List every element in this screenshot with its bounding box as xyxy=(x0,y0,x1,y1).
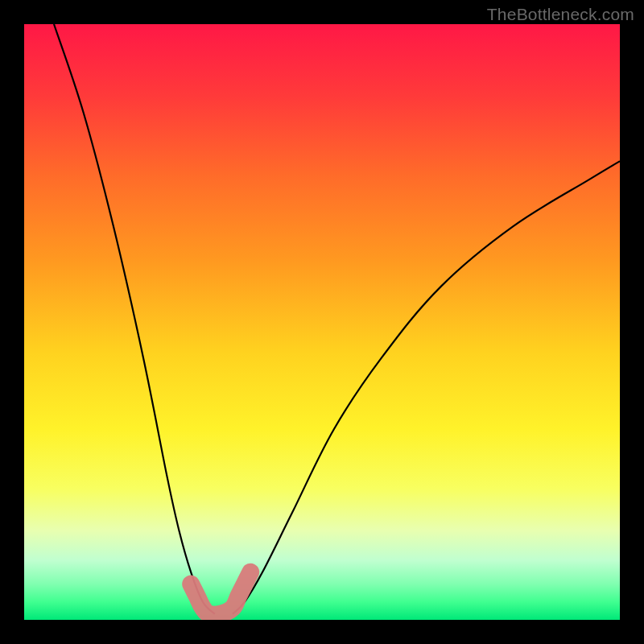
curve-right-branch xyxy=(233,161,620,613)
chart-overlay xyxy=(24,24,620,620)
watermark-text: TheBottleneck.com xyxy=(487,5,634,24)
curve-left-branch xyxy=(54,24,215,614)
trough-marker-blob xyxy=(191,572,250,615)
